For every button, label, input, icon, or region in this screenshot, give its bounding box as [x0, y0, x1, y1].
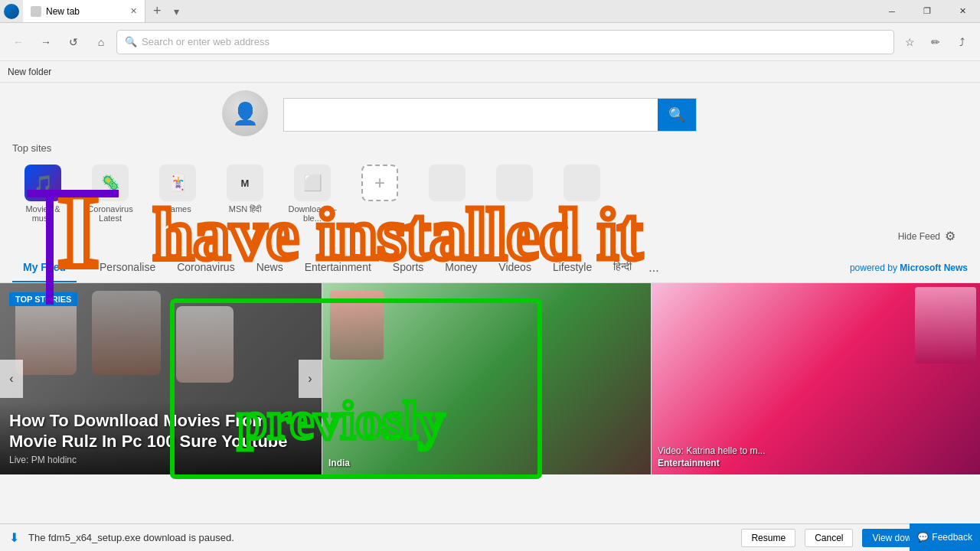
add-tile-icon: + [361, 165, 398, 201]
tab-more[interactable]: ... [642, 253, 665, 282]
settings-icon[interactable]: ⚙ [945, 229, 956, 243]
tab-lifestyle[interactable]: Lifestyle [542, 253, 603, 282]
cancel-button[interactable]: Cancel [805, 529, 853, 547]
story-badge: TOP STORIES [9, 292, 77, 306]
tab-personalise[interactable]: ✏ Personalise [77, 253, 166, 282]
top-sites-section: Top sites 🎵 Movies & music 🦠 Coronavirus… [0, 139, 980, 249]
site-tile-games[interactable]: 🃏 Games [147, 158, 208, 229]
site-tile-empty-1 [416, 158, 478, 229]
tab-sports[interactable]: Sports [382, 253, 434, 282]
tab-my-feed[interactable]: My Feed [12, 253, 77, 282]
pen-button[interactable]: ✏ [923, 30, 948, 54]
site-tile-msn-hindi[interactable]: M MSN हिंदी [214, 158, 276, 229]
pencil-icon: ✏ [87, 261, 96, 273]
favorites-bar: New folder [0, 61, 980, 83]
close-button[interactable]: ✕ [945, 0, 980, 23]
feedback-label: Feedback [932, 532, 972, 543]
toolbar-actions: ☆ ✏ ⤴ [897, 30, 974, 54]
top-sites-grid: 🎵 Movies & music 🦠 Coronavirus Latest 🃏 … [12, 158, 968, 229]
home-button[interactable]: ⌂ [89, 30, 113, 54]
minimize-button[interactable]: ─ [874, 0, 910, 23]
tab-title: New tab [46, 6, 80, 17]
side-story-india-image [322, 283, 651, 474]
new-tab-page: 👤 🔍 Top sites 🎵 Movies & music 🦠 Coronav… [0, 83, 980, 551]
site-label-coronavirus: Coronavirus Latest [83, 204, 138, 223]
site-icon-download: ⬜ [294, 165, 331, 201]
search-icon: 🔍 [125, 36, 137, 47]
resume-button[interactable]: Resume [741, 529, 795, 547]
forward-button[interactable]: → [34, 30, 58, 54]
address-bar[interactable]: 🔍 Search or enter web address [116, 30, 894, 54]
favorites-button[interactable]: ☆ [897, 30, 922, 54]
story-title: How To Downlload Movies From Movie Rulz … [9, 411, 312, 452]
site-tile-download[interactable]: ⬜ Download — ble... [282, 158, 343, 229]
top-sites-label: Top sites [12, 142, 51, 154]
tab-money[interactable]: Money [434, 253, 488, 282]
site-tile-coronavirus[interactable]: 🦠 Coronavirus Latest [80, 158, 141, 229]
side-story-india[interactable]: India [322, 283, 651, 474]
hide-feed-row: Hide Feed ⚙ [12, 229, 968, 246]
download-icon: ⬇ [9, 530, 19, 545]
site-label-download: Download — ble... [285, 204, 340, 223]
download-bar: ⬇ The fdm5_x64_setup.exe download is pau… [0, 523, 980, 551]
site-tile-movies-music[interactable]: 🎵 Movies & music [12, 158, 74, 229]
site-tile-empty-2 [484, 158, 545, 229]
user-avatar: 👤 [222, 90, 268, 136]
site-icon-empty-2 [496, 165, 533, 201]
news-section: TOP STORIES ‹ › How To Downlload Movies … [0, 283, 980, 474]
tab-strip: New tab ✕ + ▾ [0, 0, 874, 22]
microsoft-news-label: Microsoft News [900, 262, 968, 273]
story-caption: Live: PM holdinc [9, 455, 312, 465]
search-bar[interactable]: 🔍 [283, 98, 697, 132]
entertainment-story-label: Entertainment [658, 458, 720, 468]
story-overlay: How To Downlload Movies From Movie Rulz … [0, 402, 322, 474]
site-icon-empty-3 [564, 165, 600, 201]
tab-videos[interactable]: Videos [488, 253, 542, 282]
tab-close-button[interactable]: ✕ [130, 6, 137, 16]
back-button[interactable]: ← [6, 30, 31, 54]
feed-tabs: My Feed ✏ Personalise Coronavirus News E… [0, 253, 980, 283]
active-tab[interactable]: New tab ✕ [23, 0, 145, 22]
top-sites-header: Top sites [12, 142, 968, 154]
site-icon-movies-music: 🎵 [24, 165, 61, 201]
address-text: Search or enter web address [142, 36, 270, 47]
tab-list-button[interactable]: ▾ [169, 5, 184, 18]
site-tile-add[interactable]: + [349, 158, 410, 229]
carousel-prev-button[interactable]: ‹ [0, 360, 23, 398]
side-stories: India Entertainment Video: Katrina helle… [322, 283, 980, 474]
tab-news[interactable]: News [246, 253, 294, 282]
site-icon-coronavirus: 🦠 [92, 165, 129, 201]
refresh-button[interactable]: ↺ [61, 30, 86, 54]
site-icon-games: 🃏 [159, 165, 196, 201]
site-label-games: Games [164, 204, 191, 214]
side-story-entertainment[interactable]: Entertainment Video: Katrina helle to m.… [651, 283, 980, 474]
hide-feed-button[interactable]: Hide Feed [898, 231, 940, 242]
tab-hindi[interactable]: हिन्दी [603, 253, 642, 282]
restore-button[interactable]: ❐ [910, 0, 945, 23]
site-icon-empty-1 [429, 165, 466, 201]
search-input[interactable] [284, 108, 658, 122]
tab-coronavirus[interactable]: Coronavirus [166, 253, 245, 282]
site-label-msn-hindi: MSN हिंदी [229, 204, 262, 214]
download-status-text: The fdm5_x64_setup.exe download is pause… [28, 532, 732, 543]
powered-by: powered by Microsoft News [850, 262, 968, 273]
main-story[interactable]: TOP STORIES ‹ › How To Downlload Movies … [0, 283, 322, 474]
new-tab-button[interactable]: + [145, 3, 169, 19]
feedback-button[interactable]: 💬 Feedback [910, 523, 980, 551]
share-button[interactable]: ⤴ [949, 30, 974, 54]
tab-entertainment[interactable]: Entertainment [294, 253, 382, 282]
tab-favicon [31, 6, 41, 17]
entertainment-story-text: Video: Katrina helle to m... [658, 445, 974, 456]
carousel-next-button[interactable]: › [299, 360, 322, 398]
site-label-movies-music: Movies & music [15, 204, 70, 223]
search-section: 👤 🔍 [0, 83, 980, 139]
site-tile-empty-3 [551, 158, 612, 229]
new-folder-link[interactable]: New folder [8, 67, 51, 77]
titlebar: New tab ✕ + ▾ ─ ❐ ✕ [0, 0, 980, 23]
toolbar: ← → ↺ ⌂ 🔍 Search or enter web address ☆ … [0, 23, 980, 61]
window-controls: ─ ❐ ✕ [874, 0, 980, 23]
search-button[interactable]: 🔍 [658, 99, 696, 131]
site-icon-msn-hindi: M [227, 165, 263, 201]
feedback-icon: 💬 [917, 532, 929, 543]
india-story-label: India [328, 458, 350, 468]
